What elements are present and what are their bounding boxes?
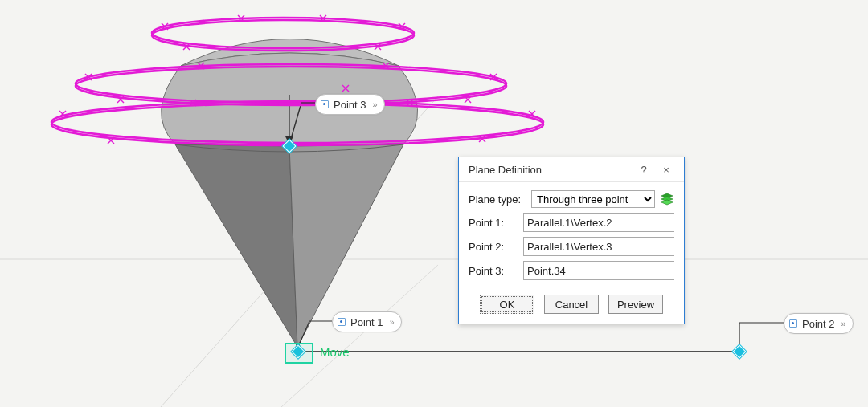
dialog-body: Plane type: Through three point Point 1:… <box>459 182 684 288</box>
svg-marker-52 <box>661 200 673 205</box>
callout-point3[interactable]: Point 3 » <box>315 94 385 115</box>
selection-box[interactable] <box>285 343 313 364</box>
point2-field[interactable] <box>523 237 674 256</box>
geometry-body[interactable] <box>162 39 418 348</box>
callout-point1[interactable]: Point 1 » <box>332 311 402 332</box>
chevron-right-icon: » <box>389 317 394 327</box>
plane-type-select[interactable]: Through three point <box>531 190 655 208</box>
dialog-button-bar: OK Cancel Preview <box>459 288 684 324</box>
point1-field[interactable] <box>523 213 674 232</box>
point-icon <box>789 319 797 328</box>
point-icon <box>338 318 346 326</box>
point1-label: Point 1: <box>469 217 518 229</box>
preview-button[interactable]: Preview <box>608 295 663 314</box>
point2-label: Point 2: <box>469 241 518 253</box>
plane-definition-dialog[interactable]: Plane Definition ? × Plane type: Through… <box>458 157 685 324</box>
dialog-title: Plane Definition <box>469 164 542 176</box>
plane-type-label: Plane type: <box>469 193 526 206</box>
callout-label: Point 1 <box>350 316 383 328</box>
cancel-button[interactable]: Cancel <box>544 295 599 314</box>
callout-point2[interactable]: Point 2 » <box>784 313 854 334</box>
move-label: Move <box>320 345 350 359</box>
ok-button[interactable]: OK <box>480 295 534 314</box>
dialog-titlebar[interactable]: Plane Definition ? × <box>459 157 684 182</box>
viewport-3d[interactable]: Move Point 3 » Point 1 » Point 2 » Plane… <box>0 0 868 407</box>
chevron-right-icon: » <box>372 100 377 109</box>
point3-label: Point 3: <box>469 265 518 277</box>
point-icon <box>321 100 329 108</box>
point3-field[interactable] <box>523 261 674 280</box>
chevron-right-icon: » <box>841 319 845 328</box>
callout-label: Point 3 <box>334 99 366 111</box>
callout-label: Point 2 <box>802 318 834 330</box>
help-button[interactable]: ? <box>633 164 655 176</box>
close-button[interactable]: × <box>655 164 678 176</box>
leader-point2 <box>738 323 784 353</box>
stack-icon[interactable] <box>660 192 674 206</box>
